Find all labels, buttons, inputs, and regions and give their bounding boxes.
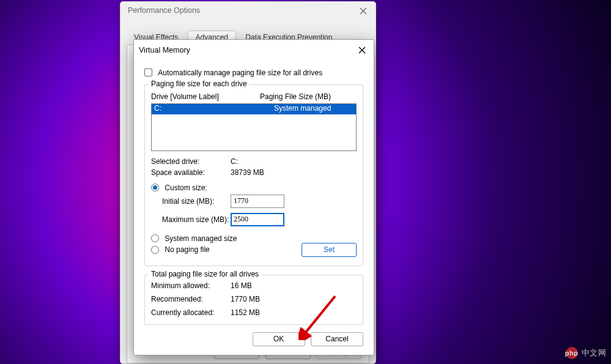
selected-drive-value: C: bbox=[231, 157, 238, 166]
watermark: php 中文网 bbox=[566, 347, 607, 359]
auto-manage-row: Automatically manage paging file size fo… bbox=[144, 68, 363, 77]
drive-list-header: Drive [Volume Label] Paging File Size (M… bbox=[151, 92, 355, 102]
custom-size-radio-row: Custom size: bbox=[151, 183, 357, 192]
ok-button[interactable]: OK bbox=[253, 332, 305, 346]
each-drive-group-title: Paging file size for each drive bbox=[149, 80, 250, 88]
current-row: Currently allocated: 1152 MB bbox=[151, 308, 357, 319]
desktop-background: Performance Options Visual Effects Advan… bbox=[0, 0, 611, 364]
totals-group: Total paging file size for all drives Mi… bbox=[144, 275, 363, 325]
close-button[interactable] bbox=[355, 4, 372, 18]
drive-size: System managed bbox=[274, 104, 356, 114]
cancel-button[interactable]: Cancel bbox=[311, 332, 363, 346]
selected-drive-row: Selected drive: C: bbox=[151, 157, 357, 168]
no-paging-radio[interactable] bbox=[151, 246, 159, 254]
maximum-size-label: Maximum size (MB): bbox=[162, 215, 229, 224]
system-managed-radio[interactable] bbox=[151, 234, 159, 242]
space-available-row: Space available: 38739 MB bbox=[151, 168, 357, 179]
space-available-label: Space available: bbox=[151, 168, 205, 177]
initial-size-row: Initial size (MB): bbox=[151, 195, 357, 210]
watermark-text: 中文网 bbox=[582, 347, 607, 358]
current-value: 1152 MB bbox=[231, 308, 260, 317]
minimum-row: Minimum allowed: 16 MB bbox=[151, 281, 357, 292]
dialog-title: Virtual Memory bbox=[139, 46, 190, 54]
initial-size-input[interactable] bbox=[231, 195, 284, 208]
selected-drive-label: Selected drive: bbox=[151, 157, 199, 166]
recommended-row: Recommended: 1770 MB bbox=[151, 295, 357, 306]
set-button[interactable]: Set bbox=[302, 243, 357, 257]
window-title: Performance Options bbox=[128, 6, 200, 15]
recommended-label: Recommended: bbox=[151, 295, 203, 303]
dialog-body: Automatically manage paging file size fo… bbox=[144, 68, 363, 346]
maximum-size-input[interactable] bbox=[231, 213, 284, 226]
drive-letter: C: bbox=[152, 104, 274, 114]
maximum-size-row: Maximum size (MB): bbox=[151, 213, 357, 229]
current-label: Currently allocated: bbox=[151, 308, 214, 317]
minimum-value: 16 MB bbox=[231, 281, 252, 290]
system-managed-radio-row: System managed size bbox=[151, 234, 357, 243]
virtual-memory-dialog: Virtual Memory Automatically manage pagi… bbox=[133, 39, 374, 355]
close-icon bbox=[360, 7, 367, 15]
custom-size-label: Custom size: bbox=[165, 184, 207, 192]
no-paging-row: No paging file Set bbox=[151, 245, 357, 261]
drive-row[interactable]: C: System managed bbox=[152, 104, 356, 114]
system-managed-label: System managed size bbox=[165, 234, 237, 242]
initial-size-label: Initial size (MB): bbox=[162, 197, 214, 206]
minimum-label: Minimum allowed: bbox=[151, 281, 210, 290]
totals-group-title: Total paging file size for all drives bbox=[149, 270, 261, 278]
dialog-button-row: OK Cancel bbox=[249, 332, 363, 346]
recommended-value: 1770 MB bbox=[231, 295, 260, 303]
auto-manage-checkbox[interactable] bbox=[144, 69, 152, 76]
custom-size-radio[interactable] bbox=[151, 184, 159, 191]
close-button[interactable] bbox=[354, 43, 370, 57]
watermark-logo: php bbox=[566, 347, 578, 359]
close-icon bbox=[358, 46, 366, 54]
space-available-value: 38739 MB bbox=[231, 168, 264, 177]
each-drive-group: Paging file size for each drive Drive [V… bbox=[144, 84, 363, 267]
no-paging-label: No paging file bbox=[165, 245, 209, 254]
header-size: Paging File Size (MB) bbox=[260, 92, 331, 101]
header-drive: Drive [Volume Label] bbox=[151, 92, 219, 101]
drive-list[interactable]: C: System managed bbox=[151, 103, 357, 151]
auto-manage-label: Automatically manage paging file size fo… bbox=[158, 69, 322, 77]
